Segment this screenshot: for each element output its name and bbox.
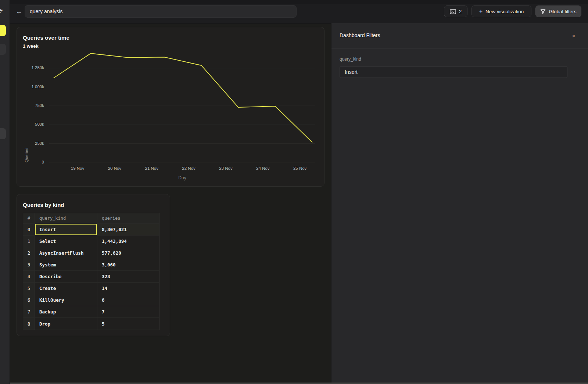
query-kind-cell[interactable]: System: [35, 259, 97, 271]
query-kind-cell[interactable]: Create: [35, 283, 97, 294]
funnel-icon: [540, 9, 546, 14]
dashboard-filters-panel: Dashboard Filters × query_kind: [331, 23, 588, 384]
query-kind-filter-label: query_kind: [340, 57, 361, 62]
filters-panel-divider: [331, 48, 588, 49]
x-tick-label: 23 Nov: [211, 166, 240, 171]
queries-over-time-card: Queries over time 1 week Queries 0250k50…: [17, 27, 325, 187]
queries-count-cell[interactable]: 8: [97, 294, 159, 306]
chart-plot-canvas[interactable]: [49, 49, 315, 162]
table-header-row: #query_kindqueries: [23, 213, 159, 224]
global-filters-label: Global filters: [549, 9, 576, 14]
y-tick-label: 250k: [23, 141, 44, 146]
query-kind-cell[interactable]: Backup: [35, 306, 97, 318]
queries-count-cell[interactable]: 7: [97, 306, 159, 318]
new-visualization-button[interactable]: + New visualization: [472, 6, 531, 17]
bottom-edge-strip: [10, 383, 588, 384]
sidebar-item-active-dashboard[interactable]: [0, 25, 6, 36]
y-tick-label: 1 250k: [23, 65, 44, 70]
query-kind-cell[interactable]: Insert: [35, 224, 97, 236]
x-tick-label: 22 Nov: [174, 166, 204, 171]
queries-count-cell[interactable]: 1,443,894: [97, 236, 159, 247]
x-tick-label: 24 Nov: [248, 166, 277, 171]
y-tick-label: 500k: [23, 122, 44, 126]
query-kind-cell[interactable]: Drop: [35, 318, 97, 330]
table-row: 4Describe323: [23, 271, 159, 283]
row-index-cell: 2: [23, 247, 35, 259]
new-visualization-label: New visualization: [485, 9, 524, 14]
top-toolbar: ← 2 + New visualization Global filters: [10, 0, 588, 24]
query-kind-cell[interactable]: Select: [35, 236, 97, 247]
column-header-index: #: [23, 213, 35, 224]
close-icon[interactable]: ×: [570, 32, 578, 40]
row-index-cell: 3: [23, 259, 35, 271]
row-index-cell: 1: [23, 236, 35, 247]
table-row: 5Create14: [23, 283, 159, 294]
column-header-query_kind: query_kind: [35, 213, 97, 224]
table-row: 7Backup7: [23, 306, 159, 318]
global-filters-button[interactable]: Global filters: [535, 6, 581, 17]
queries-count-cell[interactable]: 8,307,021: [97, 224, 159, 236]
queries-count-cell[interactable]: 14: [97, 283, 159, 294]
back-button[interactable]: ←: [14, 6, 24, 17]
plus-icon: +: [479, 8, 483, 15]
query-kind-cell[interactable]: KillQuery: [35, 294, 97, 306]
line-chart[interactable]: Queries 0250k500k750k1 000k1 250k19 Nov2…: [23, 49, 319, 182]
row-index-cell: 8: [23, 318, 35, 330]
queries-series-line: [54, 53, 312, 142]
row-index-cell: 6: [23, 294, 35, 306]
left-sidebar-strip: ⟳: [0, 0, 10, 384]
chart-card-subtitle: 1 week: [23, 43, 39, 49]
queries-count-cell[interactable]: 323: [97, 271, 159, 283]
y-tick-label: 1 000k: [23, 85, 44, 89]
console-queries-button[interactable]: 2: [444, 6, 467, 17]
sidebar-item-3[interactable]: [0, 128, 6, 139]
sidebar-item-2[interactable]: [0, 44, 6, 55]
row-index-cell: 0: [23, 224, 35, 236]
row-index-cell: 4: [23, 271, 35, 283]
queries-count-cell[interactable]: 5: [97, 318, 159, 330]
query-kind-cell[interactable]: Describe: [35, 271, 97, 283]
table-row: 2AsyncInsertFlush577,820: [23, 247, 159, 259]
queries-by-kind-table: #query_kindqueries0Insert8,307,0211Selec…: [23, 213, 159, 330]
table-row: 1Select1,443,894: [23, 236, 159, 247]
dashboard-title-input[interactable]: [25, 5, 297, 18]
x-tick-label: 19 Nov: [63, 166, 92, 171]
console-count-badge: 2: [459, 9, 462, 14]
y-tick-label: 0: [23, 160, 44, 164]
column-header-queries: queries: [97, 213, 159, 224]
table-row: 6KillQuery8: [23, 294, 159, 306]
queries-count-cell[interactable]: 577,820: [97, 247, 159, 259]
table-row: 8Drop5: [23, 318, 159, 330]
x-tick-label: 21 Nov: [137, 166, 166, 171]
query-kind-filter-input[interactable]: [340, 66, 567, 78]
table-row: 3System3,060: [23, 259, 159, 271]
x-tick-label: 25 Nov: [285, 166, 315, 171]
terminal-icon: [450, 9, 456, 14]
table-row: 0Insert8,307,021: [23, 224, 159, 236]
chart-card-title: Queries over time: [23, 35, 69, 41]
query-kind-cell[interactable]: AsyncInsertFlush: [35, 247, 97, 259]
row-index-cell: 5: [23, 283, 35, 294]
table-card-title: Queries by kind: [23, 202, 64, 208]
x-tick-label: 20 Nov: [100, 166, 129, 171]
queries-by-kind-card: Queries by kind #query_kindqueries0Inser…: [17, 194, 170, 336]
history-icon[interactable]: ⟳: [0, 7, 3, 15]
x-axis-title: Day: [168, 175, 197, 180]
filters-panel-title: Dashboard Filters: [340, 32, 380, 38]
queries-count-cell[interactable]: 3,060: [97, 259, 159, 271]
window-top-band: [10, 0, 588, 4]
y-tick-label: 750k: [23, 103, 44, 108]
row-index-cell: 7: [23, 306, 35, 318]
dashboard-app: ⟳ ← 2 + New visualization Global filters: [0, 0, 588, 384]
